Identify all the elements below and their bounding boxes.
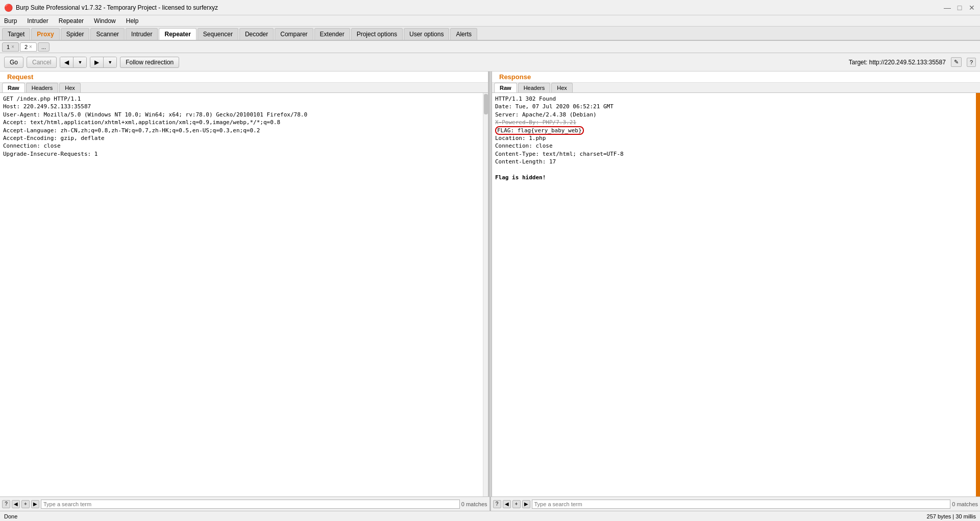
status-done: Done	[4, 513, 17, 519]
response-tab-hex[interactable]: Hex	[551, 83, 573, 92]
repeater-tabs: 1 × 2 × ...	[0, 41, 980, 53]
response-search-next[interactable]: ▶	[522, 500, 530, 508]
menu-repeater[interactable]: Repeater	[57, 16, 86, 26]
target-label: Target: http://220.249.52.133:35587	[849, 59, 946, 66]
tab-sequencer[interactable]: Sequencer	[198, 28, 238, 40]
tab-extender[interactable]: Extender	[314, 28, 350, 40]
toolbar: Go Cancel ◀ ▼ ▶ ▼ Follow redirection Tar…	[0, 53, 980, 72]
response-title: Response	[495, 72, 535, 83]
flag-hidden-text: Flag is hidden!	[495, 174, 546, 181]
request-scroll-thumb	[484, 94, 488, 114]
repeater-tab-2[interactable]: 2 ×	[20, 42, 37, 52]
nav-prev-button[interactable]: ◀	[60, 57, 74, 67]
tab-user-options[interactable]: User options	[404, 28, 449, 40]
repeater-tab-1[interactable]: 1 ×	[2, 42, 19, 52]
request-search-add[interactable]: +	[21, 500, 30, 508]
request-tab-headers[interactable]: Headers	[26, 83, 59, 92]
status-bar: Done 257 bytes | 30 millis	[0, 511, 980, 521]
window-controls[interactable]: — □ ✕	[943, 4, 976, 12]
tab-comparer[interactable]: Comparer	[275, 28, 313, 40]
response-orange-scrollbar[interactable]	[976, 93, 980, 496]
nav-prev-drop-button[interactable]: ▼	[74, 57, 86, 67]
close-button[interactable]: ✕	[968, 4, 976, 12]
flag-line: FLAG: flag{very_baby_web}	[495, 126, 584, 135]
request-search-bar: ? ◀ + ▶ 0 matches	[0, 497, 490, 511]
tab-project-options[interactable]: Project options	[351, 28, 403, 40]
response-tab-raw[interactable]: Raw	[494, 83, 517, 92]
nav-next-group: ▶ ▼	[90, 57, 117, 68]
response-search-prev[interactable]: ◀	[503, 500, 511, 508]
target-help-button[interactable]: ?	[967, 58, 976, 67]
response-tab-headers[interactable]: Headers	[518, 83, 551, 92]
target-edit-button[interactable]: ✎	[951, 57, 962, 67]
title-bar: 🔴 Burp Suite Professional v1.7.32 - Temp…	[0, 0, 980, 15]
request-search-prev[interactable]: ◀	[12, 500, 20, 508]
title-bar-left: 🔴 Burp Suite Professional v1.7.32 - Temp…	[4, 4, 218, 12]
minimize-button[interactable]: —	[943, 4, 951, 12]
request-sub-tabs: Raw Headers Hex	[0, 83, 488, 93]
request-panel: Request Raw Headers Hex GET /index.php H…	[0, 72, 489, 496]
cancel-button[interactable]: Cancel	[27, 57, 57, 68]
response-search-add[interactable]: +	[512, 500, 521, 508]
request-text: GET /index.php HTTP/1.1 Host: 220.249.52…	[3, 95, 480, 158]
repeater-tab-2-label: 2	[24, 44, 28, 50]
status-info: 257 bytes | 30 millis	[927, 513, 976, 519]
response-search-help[interactable]: ?	[493, 500, 501, 508]
tab-target[interactable]: Target	[2, 28, 30, 40]
request-tab-raw[interactable]: Raw	[2, 83, 25, 92]
request-tab-hex[interactable]: Hex	[59, 83, 81, 92]
request-title: Request	[3, 72, 37, 83]
response-search-input[interactable]	[532, 500, 951, 509]
response-text: HTTP/1.1 302 Found Date: Tue, 07 Jul 202…	[495, 95, 973, 181]
response-content: HTTP/1.1 302 Found Date: Tue, 07 Jul 202…	[492, 93, 976, 496]
title-text: Burp Suite Professional v1.7.32 - Tempor…	[16, 4, 218, 11]
tab-spider[interactable]: Spider	[61, 28, 90, 40]
request-scrollbar[interactable]	[483, 93, 488, 496]
repeater-tab-2-close[interactable]: ×	[29, 44, 32, 50]
request-matches: 0 matches	[461, 501, 487, 507]
nav-next-drop-button[interactable]: ▼	[104, 57, 116, 67]
x-powered-by-line: X-Powered-By: PHP/7.3.21	[495, 119, 576, 126]
go-button[interactable]: Go	[4, 57, 23, 68]
menu-burp[interactable]: Burp	[2, 16, 19, 26]
tab-scanner[interactable]: Scanner	[90, 28, 125, 40]
repeater-tab-1-close[interactable]: ×	[11, 44, 14, 50]
response-matches: 0 matches	[952, 501, 978, 507]
repeater-tab-more[interactable]: ...	[38, 42, 50, 52]
bottom-bars: ? ◀ + ▶ 0 matches ? ◀ + ▶ 0 matches	[0, 496, 980, 511]
menu-bar: Burp Intruder Repeater Window Help	[0, 15, 980, 27]
request-search-help[interactable]: ?	[2, 500, 10, 508]
tab-intruder[interactable]: Intruder	[126, 28, 158, 40]
tab-alerts[interactable]: Alerts	[450, 28, 477, 40]
follow-redirection-button[interactable]: Follow redirection	[120, 57, 179, 68]
maximize-button[interactable]: □	[955, 4, 964, 12]
response-search-bar: ? ◀ + ▶ 0 matches	[490, 497, 981, 511]
request-content: GET /index.php HTTP/1.1 Host: 220.249.52…	[0, 93, 483, 496]
menu-intruder[interactable]: Intruder	[25, 16, 50, 26]
nav-prev-group: ◀ ▼	[60, 57, 87, 68]
content-area: Request Raw Headers Hex GET /index.php H…	[0, 72, 980, 496]
nav-next-button[interactable]: ▶	[90, 57, 104, 67]
response-sub-tabs: Raw Headers Hex	[492, 83, 980, 93]
response-panel: Response Raw Headers Hex HTTP/1.1 302 Fo…	[492, 72, 980, 496]
request-search-next[interactable]: ▶	[31, 500, 39, 508]
tab-proxy[interactable]: Proxy	[31, 28, 59, 40]
menu-help[interactable]: Help	[124, 16, 141, 26]
main-tabs: Target Proxy Spider Scanner Intruder Rep…	[0, 27, 980, 41]
repeater-tab-1-label: 1	[7, 44, 10, 50]
menu-window[interactable]: Window	[92, 16, 118, 26]
request-search-input[interactable]	[41, 500, 460, 509]
app-icon: 🔴	[4, 4, 13, 12]
tab-repeater[interactable]: Repeater	[159, 28, 196, 40]
tab-decoder[interactable]: Decoder	[239, 28, 274, 40]
